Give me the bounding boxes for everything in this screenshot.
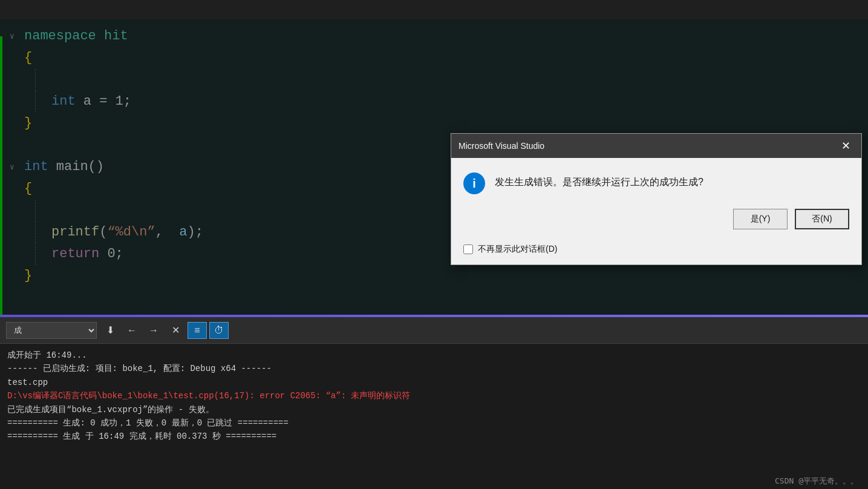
output-line: 已完成生成项目“boke_1.vcxproj”的操作 - 失败。 [7, 403, 861, 416]
dialog-checkbox-label: 不再显示此对话框(D) [478, 244, 557, 255]
dialog-title: Microsoft Visual Studio [458, 141, 544, 151]
output-line: test.cpp [7, 376, 861, 389]
dialog-footer: 不再显示此对话框(D) [463, 239, 849, 255]
dialog-checkbox[interactable] [463, 244, 473, 254]
output-line: D:\vs编译器C语言代码\boke_1\boke_1\test.cpp(16,… [7, 389, 861, 402]
dialog-yes-button[interactable]: 是(Y) [733, 209, 788, 229]
dialog-overlay: Microsoft Visual Studio ✕ i 发生生成错误。是否继续并… [0, 0, 868, 315]
info-icon: i [463, 172, 485, 194]
output-filter-dropdown[interactable]: 成 [6, 322, 97, 339]
clear-output[interactable]: ✕ [166, 322, 185, 339]
dialog-no-button[interactable]: 否(N) [795, 209, 849, 229]
scroll-to-bottom[interactable]: ⬇ [100, 322, 120, 339]
output-line: ========== 生成 于 16:49 完成，耗时 00.373 秒 ===… [7, 430, 861, 443]
output-line: ========== 生成: 0 成功，1 失败，0 最新，0 已跳过 ====… [7, 416, 861, 430]
output-panel: 成 ⬇←→✕≡⏱ 成开始于 16:49...------ 已启动生成: 项目: … [0, 317, 868, 489]
output-text-area: 成开始于 16:49...------ 已启动生成: 项目: boke_1, 配… [0, 344, 868, 489]
word-wrap[interactable]: ≡ [188, 322, 207, 339]
dialog-body: i 发生生成错误。是否继续并运行上次的成功生成? 是(Y) 否(N) 不再显示此… [451, 158, 861, 264]
dialog-buttons: 是(Y) 否(N) [463, 209, 849, 229]
dialog-message-row: i 发生生成错误。是否继续并运行上次的成功生成? [463, 172, 849, 194]
output-line: ------ 已启动生成: 项目: boke_1, 配置: Debug x64 … [7, 362, 861, 375]
timestamp[interactable]: ⏱ [209, 322, 229, 339]
dialog-close-button[interactable]: ✕ [837, 137, 854, 154]
branding-text: CSDN @平平无奇。。。 [765, 473, 868, 489]
output-toolbar: 成 ⬇←→✕≡⏱ [0, 317, 868, 344]
dialog-message-text: 发生生成错误。是否继续并运行上次的成功生成? [495, 172, 703, 189]
go-prev[interactable]: ← [122, 322, 142, 339]
dialog-box: Microsoft Visual Studio ✕ i 发生生成错误。是否继续并… [451, 133, 862, 265]
dialog-titlebar: Microsoft Visual Studio ✕ [451, 134, 861, 158]
go-next[interactable]: → [144, 322, 163, 339]
output-line: 成开始于 16:49... [7, 349, 861, 362]
